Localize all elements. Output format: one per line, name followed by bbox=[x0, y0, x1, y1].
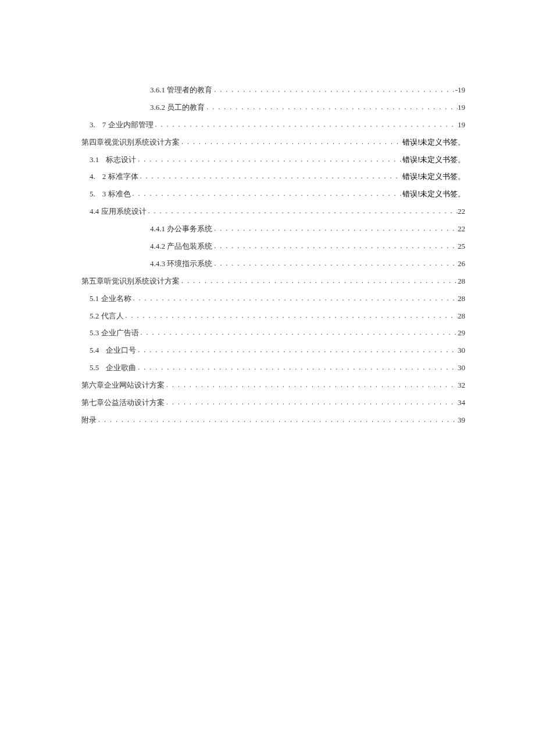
toc-entry-label: 5.1 企业名称 bbox=[90, 290, 131, 307]
toc-entry-page: 32 bbox=[458, 377, 465, 394]
toc-entry: 4.2 标准字体错误!未定义书签。 bbox=[81, 168, 465, 185]
toc-entry-page: 26 bbox=[458, 255, 465, 273]
toc-entry-label: 4.4.1 办公事务系统 bbox=[150, 220, 212, 238]
toc-leader-dots bbox=[147, 203, 458, 220]
toc-entry-page: 39 bbox=[458, 411, 465, 429]
toc-entry-label: 5.2 代言人 bbox=[90, 307, 124, 325]
toc-entry-page: 22 bbox=[458, 220, 465, 238]
toc-entry-page: 28 bbox=[458, 307, 465, 325]
toc-leader-dots bbox=[212, 221, 458, 237]
toc-leader-dots bbox=[180, 134, 402, 151]
toc-entry-page: -19 bbox=[455, 81, 465, 99]
toc-leader-dots bbox=[136, 152, 402, 168]
toc-entry-number: 4. bbox=[90, 168, 95, 185]
toc-entry-page: 错误!未定义书签。 bbox=[402, 134, 465, 151]
toc-entry-page: 28 bbox=[458, 273, 465, 290]
toc-leader-dots bbox=[131, 186, 403, 202]
toc-entry-label: 第六章企业网站设计方案 bbox=[81, 377, 165, 394]
toc-entry: 第六章企业网站设计方案32 bbox=[81, 377, 465, 394]
toc-entry-page: 19 bbox=[458, 116, 465, 134]
toc-entry-label: 企业口号 bbox=[106, 342, 136, 359]
toc-entry-label: 3.6.2 员工的教育 bbox=[150, 99, 205, 116]
toc-entry: 4.4 应用系统设计22 bbox=[81, 203, 465, 220]
toc-entry-number: 5.5 bbox=[90, 359, 99, 377]
toc-leader-dots bbox=[124, 308, 458, 324]
toc-leader-dots bbox=[97, 412, 458, 428]
toc-entry-page: 22 bbox=[458, 203, 465, 220]
toc-entry-number: 5. bbox=[90, 185, 95, 203]
toc-entry: 5.2 代言人28 bbox=[81, 307, 465, 325]
toc-leader-dots bbox=[131, 291, 458, 307]
toc-leader-dots bbox=[136, 360, 458, 376]
toc-entry: 第四章视觉识别系统设计方案错误!未定义书签。 bbox=[81, 134, 465, 151]
toc-entry-page: 错误!未定义书签。 bbox=[402, 168, 465, 185]
toc-leader-dots bbox=[180, 273, 458, 289]
toc-entry-label: 第四章视觉识别系统设计方案 bbox=[81, 134, 180, 151]
toc-entry: 第五章听觉识别系统设计方案28 bbox=[81, 273, 465, 290]
toc-entry-label: 4.4.3 环境指示系统 bbox=[150, 255, 212, 273]
toc-entry: 5.1 企业名称28 bbox=[81, 290, 465, 307]
toc-entry-number: 3. bbox=[90, 116, 95, 134]
toc-entry: 3.7 企业内部管理19 bbox=[81, 116, 465, 134]
toc-leader-dots bbox=[205, 99, 458, 116]
toc-entry-label: 标志设计 bbox=[106, 151, 136, 169]
toc-entry-label: 5.3 企业广告语 bbox=[90, 324, 139, 342]
toc-entry-label: 第五章听觉识别系统设计方案 bbox=[81, 273, 180, 290]
toc-entry-label: 2 标准字体 bbox=[102, 168, 138, 185]
toc-entry-page: 25 bbox=[458, 238, 465, 255]
toc-entry: 4.4.1 办公事务系统22 bbox=[81, 220, 465, 238]
toc-entry: 第七章公益活动设计方案34 bbox=[81, 394, 465, 411]
toc-leader-dots bbox=[138, 169, 403, 185]
toc-entry-page: 错误!未定义书签。 bbox=[402, 151, 465, 169]
toc-entry: 3.6.1 管理者的教育-19 bbox=[81, 81, 465, 99]
toc-entry: 3.1标志设计错误!未定义书签。 bbox=[81, 151, 465, 169]
toc-entry-page: 34 bbox=[458, 394, 465, 411]
toc-leader-dots bbox=[139, 325, 458, 341]
toc-entry-page: 19 bbox=[458, 99, 465, 116]
toc-leader-dots bbox=[165, 395, 458, 411]
toc-entry-label: 4.4.2 产品包装系统 bbox=[150, 238, 212, 255]
toc-entry-page: 29 bbox=[458, 324, 465, 342]
toc-entry: 附录39 bbox=[81, 411, 465, 429]
toc-entry: 5.5企业歌曲30 bbox=[81, 359, 465, 377]
toc-leader-dots bbox=[212, 82, 455, 98]
toc-entry-label: 3 标准色 bbox=[102, 185, 131, 203]
toc-entry-page: 错误!未定义书签。 bbox=[402, 185, 465, 203]
toc-entry-label: 第七章公益活动设计方案 bbox=[81, 394, 165, 411]
toc-entry-page: 30 bbox=[458, 342, 465, 359]
toc-leader-dots bbox=[212, 256, 458, 272]
toc-entry-label: 附录 bbox=[81, 411, 97, 429]
toc-entry: 3.6.2 员工的教育19 bbox=[81, 99, 465, 116]
toc-entry: 4.4.2 产品包装系统25 bbox=[81, 238, 465, 255]
toc-entry-page: 30 bbox=[458, 359, 465, 377]
toc-entry-number: 3.1 bbox=[90, 151, 99, 169]
toc-entry-label: 7 企业内部管理 bbox=[102, 116, 154, 134]
toc-entry-page: 28 bbox=[458, 290, 465, 307]
toc-entry: 5.4企业口号30 bbox=[81, 342, 465, 359]
toc-entry: 5.3 标准色错误!未定义书签。 bbox=[81, 185, 465, 203]
table-of-contents: 3.6.1 管理者的教育-193.6.2 员工的教育193.7 企业内部管理19… bbox=[81, 81, 465, 429]
toc-leader-dots bbox=[154, 117, 458, 133]
toc-entry: 5.3 企业广告语29 bbox=[81, 324, 465, 342]
toc-leader-dots bbox=[136, 342, 458, 359]
toc-leader-dots bbox=[212, 238, 458, 255]
toc-leader-dots bbox=[165, 377, 458, 393]
toc-entry-label: 4.4 应用系统设计 bbox=[90, 203, 147, 220]
toc-entry-number: 5.4 bbox=[90, 342, 99, 359]
toc-entry-label: 3.6.1 管理者的教育 bbox=[150, 81, 212, 99]
toc-entry: 4.4.3 环境指示系统26 bbox=[81, 255, 465, 273]
toc-entry-label: 企业歌曲 bbox=[106, 359, 136, 377]
